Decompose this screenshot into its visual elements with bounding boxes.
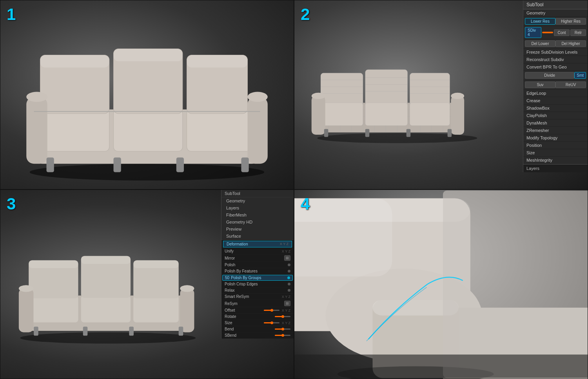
- convert-bpr-row[interactable]: Convert BPR To Geo: [523, 63, 588, 71]
- divide-row: Divide Smt: [523, 71, 588, 80]
- reconstruct-subdiv-row[interactable]: Reconstruct Subdiv: [523, 56, 588, 63]
- surface-menu-item[interactable]: Surface: [221, 233, 294, 240]
- relax-label: Relax: [225, 288, 286, 292]
- modify-topology-label: Modify Topology: [526, 135, 557, 140]
- svg-rect-77: [81, 256, 131, 264]
- smart-resym-item[interactable]: Smart ReSym X Y Z: [221, 294, 294, 300]
- geometry-menu-item[interactable]: Geometry: [221, 197, 294, 204]
- claypolish-row[interactable]: ClayPolish: [523, 112, 588, 119]
- polish-item[interactable]: Polish: [221, 262, 294, 268]
- size-label: Size: [526, 150, 535, 155]
- smart-resym-label: Smart ReSym: [225, 294, 280, 299]
- position-row[interactable]: Position: [523, 142, 588, 149]
- edgeloop-label: EdgeLoop: [526, 91, 546, 96]
- fibermesh-menu-item[interactable]: FiberMesh: [221, 211, 294, 218]
- layers-label: Layers: [526, 166, 539, 171]
- groups-value: 50: [225, 276, 229, 280]
- svg-rect-18: [187, 55, 248, 67]
- subtool-menu-item[interactable]: SubTool: [221, 190, 294, 197]
- sofa-closeup-4: [294, 190, 588, 379]
- svg-rect-50: [365, 103, 408, 125]
- polish-features-dot: [288, 270, 290, 273]
- sdiv-label[interactable]: SDiv 4: [525, 27, 541, 38]
- layers-menu-item[interactable]: Layers: [221, 204, 294, 211]
- svg-point-9: [26, 92, 47, 102]
- relax-item[interactable]: Relax: [221, 287, 294, 294]
- shadowbox-row[interactable]: ShadowBox: [523, 105, 588, 112]
- svg-rect-63: [81, 296, 131, 323]
- svg-rect-74: [129, 327, 134, 336]
- divide-btn[interactable]: Divide: [525, 72, 574, 79]
- relr-btn[interactable]: Relr: [570, 29, 586, 36]
- rotate-thumb: [281, 315, 284, 318]
- modify-topology-row[interactable]: Modify Topology: [523, 134, 588, 142]
- edgeloop-row[interactable]: EdgeLoop: [523, 90, 588, 97]
- crisp-dot: [288, 283, 290, 285]
- size-label: Size: [225, 321, 262, 325]
- cont-btn[interactable]: Cont: [554, 29, 570, 36]
- res-row: Lower Res Higher Res: [523, 17, 588, 26]
- size-deform-item[interactable]: Size X Y Z: [221, 320, 294, 326]
- svg-rect-89: [294, 355, 588, 378]
- meshintegrity-row[interactable]: MeshIntegrity: [523, 157, 588, 164]
- rotate-slider[interactable]: [275, 316, 290, 317]
- polish-by-features-label: Polish By Features: [225, 269, 286, 273]
- orange-slider-bar: [542, 32, 553, 33]
- suv-btn[interactable]: Suv: [525, 81, 555, 88]
- offset-item[interactable]: Offset X Y Z: [221, 307, 294, 314]
- size-row[interactable]: Size: [523, 149, 588, 157]
- svg-rect-75: [179, 327, 183, 336]
- svg-rect-56: [324, 129, 328, 137]
- geometry-hd-menu-item[interactable]: Geometry HD: [221, 218, 294, 226]
- svg-point-71: [180, 285, 194, 292]
- offset-label: Offset: [225, 308, 262, 312]
- step-number-1: 1: [7, 5, 16, 24]
- size-slider[interactable]: [264, 322, 279, 323]
- smt-btn[interactable]: Smt: [574, 72, 586, 79]
- svg-rect-37: [321, 73, 363, 105]
- higher-res-btn[interactable]: Higher Res: [555, 18, 586, 25]
- del-row: Del Lower Del Higher: [523, 39, 588, 49]
- sofa-illustration-1: [0, 0, 294, 189]
- del-higher-btn[interactable]: Del Higher: [555, 40, 586, 47]
- zremesher-row[interactable]: ZRemesher: [523, 127, 588, 134]
- freeze-subdiv-label: Freeze SubDivision Levels: [526, 50, 577, 54]
- svg-rect-3: [114, 109, 183, 151]
- quadrant-4: 4: [294, 190, 588, 379]
- geometry-row[interactable]: Geometry: [523, 9, 588, 17]
- polish-crisp-edges-item[interactable]: Polish Crisp Edges: [221, 281, 294, 287]
- polish-by-groups-item[interactable]: 50 Polish By Groups: [222, 275, 293, 281]
- sdiv-row: SDiv 4 Cont Relr: [523, 26, 588, 39]
- dynamesh-row[interactable]: DynaMesh: [523, 119, 588, 127]
- bend-thumb: [281, 328, 284, 330]
- crease-row[interactable]: Crease: [523, 97, 588, 105]
- bend-item[interactable]: Bend: [221, 326, 294, 332]
- reuv-btn[interactable]: ReUV: [555, 81, 586, 88]
- deformation-title[interactable]: Deformation X Y Z: [223, 241, 292, 247]
- relax-dot: [288, 289, 290, 292]
- svg-point-69: [19, 285, 34, 292]
- size-xyz: X Y Z: [282, 321, 290, 325]
- sbend-label: SBend: [225, 333, 273, 337]
- unify-item[interactable]: Unify X Y Z: [221, 248, 294, 254]
- meshintegrity-label: MeshIntegrity: [526, 158, 552, 162]
- del-lower-btn[interactable]: Del Lower: [525, 40, 555, 47]
- sbend-slider[interactable]: [275, 335, 290, 336]
- freeze-subdiv-row[interactable]: Freeze SubDivision Levels: [523, 49, 588, 56]
- resym-label: ReSym: [225, 301, 283, 306]
- resym-shortcut: ⊞: [284, 301, 290, 306]
- svg-rect-49: [321, 103, 363, 125]
- bend-slider[interactable]: [275, 328, 290, 330]
- svg-rect-87: [443, 191, 588, 378]
- resym-item[interactable]: ReSym ⊞: [221, 300, 294, 307]
- deformation-panel: SubTool Geometry Layers FiberMesh Geomet…: [221, 190, 294, 339]
- offset-slider[interactable]: [264, 310, 279, 311]
- polish-by-features-item[interactable]: Polish By Features: [221, 268, 294, 274]
- svg-rect-54: [451, 96, 464, 135]
- sbend-item[interactable]: SBend: [221, 332, 294, 339]
- preview-menu-item[interactable]: Preview: [221, 226, 294, 233]
- deformation-section: Deformation X Y Z Unify X Y Z Mirror ⊞ P…: [221, 240, 294, 339]
- lower-res-btn[interactable]: Lower Res: [525, 18, 555, 25]
- rotate-item[interactable]: Rotate: [221, 314, 294, 320]
- mirror-item[interactable]: Mirror ⊞: [221, 254, 294, 262]
